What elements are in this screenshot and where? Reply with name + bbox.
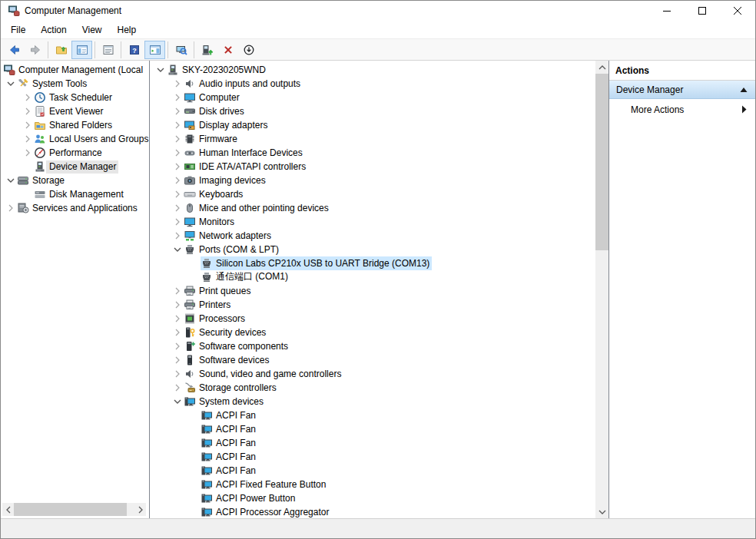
expand-chevron-icon[interactable] bbox=[4, 202, 17, 214]
scan-hardware-button[interactable] bbox=[171, 41, 191, 59]
folder-up-button[interactable] bbox=[51, 41, 71, 59]
device-tree-item-acpi-power-button[interactable]: ACPI Power Button bbox=[150, 491, 595, 505]
device-tree-item-acpi-fan[interactable]: ACPI Fan bbox=[150, 422, 595, 436]
device-tree-item-sky-20230205wnd[interactable]: SKY-20230205WND bbox=[150, 63, 595, 77]
console-tree-item-event-viewer[interactable]: Event Viewer bbox=[1, 104, 149, 118]
uninstall-device-button[interactable] bbox=[217, 41, 238, 59]
console-tree-item-disk-management[interactable]: Disk Management bbox=[1, 187, 149, 201]
expand-chevron-icon[interactable] bbox=[171, 119, 184, 131]
device-tree-item-sound-video-and-game-controllers[interactable]: Sound, video and game controllers bbox=[150, 367, 595, 381]
device-tree-item-network-adapters[interactable]: Network adapters bbox=[150, 229, 595, 243]
horizontal-scrollbar-thumb[interactable] bbox=[14, 503, 127, 516]
device-tree-item-firmware[interactable]: Firmware bbox=[150, 132, 595, 146]
expand-chevron-icon[interactable] bbox=[21, 119, 34, 131]
action-pane-button[interactable] bbox=[144, 41, 165, 59]
device-tree-item-software-devices[interactable]: Software devices bbox=[150, 353, 595, 367]
device-tree-item-keyboards[interactable]: Keyboards bbox=[150, 187, 595, 201]
console-tree-item-task-scheduler[interactable]: Task Scheduler bbox=[1, 91, 149, 104]
expand-chevron-icon[interactable] bbox=[171, 368, 184, 380]
expand-chevron-icon[interactable] bbox=[171, 340, 184, 352]
device-tree-item-disk-drives[interactable]: Disk drives bbox=[150, 104, 595, 118]
update-driver-button[interactable] bbox=[197, 41, 217, 59]
scroll-right-button[interactable] bbox=[134, 503, 146, 516]
device-tree-item-imaging-devices[interactable]: Imaging devices bbox=[150, 174, 595, 187]
device-tree-item-com1[interactable]: 通信端口 (COM1) bbox=[150, 270, 595, 284]
device-tree-item-acpi-fan[interactable]: ACPI Fan bbox=[150, 464, 595, 478]
expand-chevron-icon[interactable] bbox=[171, 78, 184, 90]
console-tree-item-computer-management-local[interactable]: Computer Management (Local bbox=[1, 63, 149, 77]
console-tree-item-system-tools[interactable]: System Tools bbox=[1, 77, 149, 91]
expand-chevron-icon[interactable] bbox=[171, 147, 184, 159]
device-tree-item-audio-inputs-and-outputs[interactable]: Audio inputs and outputs bbox=[150, 77, 595, 91]
back-button[interactable] bbox=[4, 41, 25, 59]
device-tree-item-software-components[interactable]: Software components bbox=[150, 339, 595, 353]
console-tree-button[interactable] bbox=[71, 41, 92, 59]
collapse-chevron-icon[interactable] bbox=[154, 64, 167, 76]
forward-button[interactable] bbox=[25, 41, 45, 59]
expand-chevron-icon[interactable] bbox=[171, 202, 184, 214]
device-tree-item-computer[interactable]: Computer bbox=[150, 91, 595, 104]
collapse-chevron-icon[interactable] bbox=[4, 78, 17, 90]
collapse-chevron-icon[interactable] bbox=[171, 243, 184, 256]
disable-device-button[interactable] bbox=[238, 41, 259, 59]
expand-chevron-icon[interactable] bbox=[171, 133, 184, 145]
menu-action[interactable]: Action bbox=[33, 21, 74, 38]
expand-chevron-icon[interactable] bbox=[171, 91, 184, 104]
expand-chevron-icon[interactable] bbox=[171, 230, 184, 242]
device-tree-item-ide-ata-atapi-controllers[interactable]: IDE ATA/ATAPI controllers bbox=[150, 160, 595, 174]
expand-chevron-icon[interactable] bbox=[171, 285, 184, 297]
device-tree-item-ports-com-lpt[interactable]: Ports (COM & LPT) bbox=[150, 243, 595, 256]
expand-chevron-icon[interactable] bbox=[21, 133, 34, 145]
actions-section-device-manager[interactable]: Device Manager bbox=[609, 81, 755, 99]
console-tree-item-device-manager[interactable]: Device Manager bbox=[1, 160, 149, 174]
device-tree-item-acpi-fixed-feature-button[interactable]: ACPI Fixed Feature Button bbox=[150, 478, 595, 491]
expand-chevron-icon[interactable] bbox=[171, 188, 184, 200]
menu-file[interactable]: File bbox=[3, 21, 33, 38]
device-tree-item-processors[interactable]: Processors bbox=[150, 312, 595, 326]
expand-chevron-icon[interactable] bbox=[171, 105, 184, 117]
expand-chevron-icon[interactable] bbox=[171, 216, 184, 228]
minimize-button[interactable] bbox=[649, 1, 685, 21]
device-tree-item-mice-and-other-pointing-devices[interactable]: Mice and other pointing devices bbox=[150, 201, 595, 215]
scroll-down-button[interactable] bbox=[595, 505, 608, 518]
menu-help[interactable]: Help bbox=[110, 21, 144, 38]
vertical-scrollbar[interactable] bbox=[595, 61, 608, 518]
maximize-button[interactable] bbox=[685, 1, 720, 21]
device-tree-item-human-interface-devices[interactable]: Human Interface Devices bbox=[150, 146, 595, 160]
device-tree-item-storage-controllers[interactable]: Storage controllers bbox=[150, 381, 595, 395]
more-actions-item[interactable]: More Actions bbox=[609, 99, 755, 120]
expand-chevron-icon[interactable] bbox=[171, 312, 184, 325]
console-tree-item-storage[interactable]: Storage bbox=[1, 174, 149, 187]
expand-chevron-icon[interactable] bbox=[171, 299, 184, 311]
device-tree-item-system-devices[interactable]: System devices bbox=[150, 395, 595, 408]
help-button[interactable]: ? bbox=[124, 41, 144, 59]
console-tree-item-performance[interactable]: Performance bbox=[1, 146, 149, 160]
collapse-section-icon[interactable] bbox=[739, 85, 748, 94]
device-tree-item-printers[interactable]: Printers bbox=[150, 298, 595, 312]
expand-chevron-icon[interactable] bbox=[171, 160, 184, 173]
scroll-up-button[interactable] bbox=[595, 61, 608, 74]
expand-chevron-icon[interactable] bbox=[171, 326, 184, 339]
expand-chevron-icon[interactable] bbox=[171, 174, 184, 187]
close-button[interactable] bbox=[720, 1, 755, 21]
expand-chevron-icon[interactable] bbox=[21, 147, 34, 159]
device-tree-item-display-adapters[interactable]: Display adapters bbox=[150, 118, 595, 132]
collapse-chevron-icon[interactable] bbox=[171, 395, 184, 408]
expand-chevron-icon[interactable] bbox=[171, 382, 184, 394]
properties-button[interactable] bbox=[98, 41, 118, 59]
collapse-chevron-icon[interactable] bbox=[4, 174, 17, 187]
console-tree-item-services-and-applications[interactable]: Services and Applications bbox=[1, 201, 149, 215]
device-tree-item-acpi-fan[interactable]: ACPI Fan bbox=[150, 436, 595, 450]
expand-chevron-icon[interactable] bbox=[171, 354, 184, 366]
vertical-scrollbar-thumb[interactable] bbox=[595, 74, 608, 250]
device-tree-item-print-queues[interactable]: Print queues bbox=[150, 284, 595, 298]
device-tree-item-monitors[interactable]: Monitors bbox=[150, 215, 595, 229]
expand-chevron-icon[interactable] bbox=[21, 91, 34, 104]
device-tree-item-acpi-fan[interactable]: ACPI Fan bbox=[150, 408, 595, 422]
console-tree-item-local-users-and-groups[interactable]: Local Users and Groups bbox=[1, 132, 149, 146]
console-tree-item-shared-folders[interactable]: Shared Folders bbox=[1, 118, 149, 132]
device-tree-item-silicon-labs-cp210x-usb-to-uart-bridge-com13[interactable]: Silicon Labs CP210x USB to UART Bridge (… bbox=[150, 256, 595, 270]
device-tree-item-acpi-fan[interactable]: ACPI Fan bbox=[150, 450, 595, 464]
horizontal-scrollbar[interactable] bbox=[2, 503, 146, 516]
device-tree-item-security-devices[interactable]: Security devices bbox=[150, 326, 595, 339]
